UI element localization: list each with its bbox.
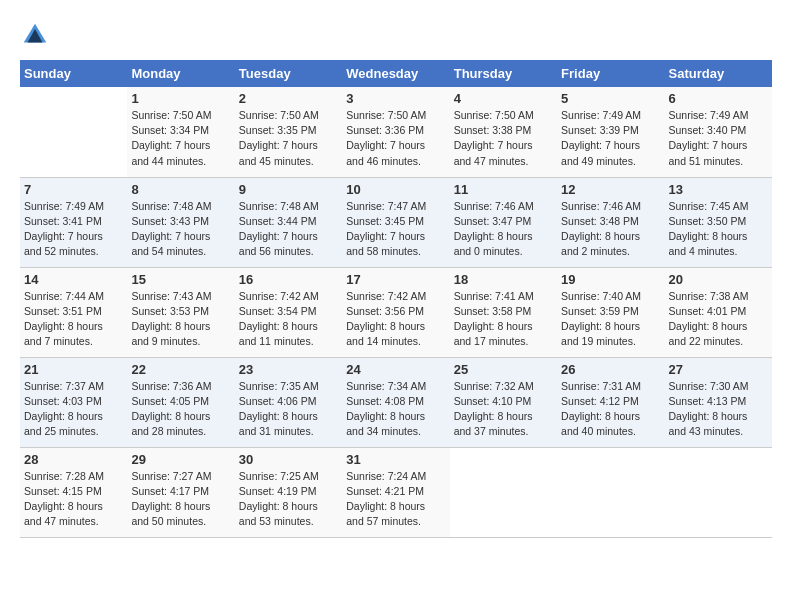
calendar-cell: 17Sunrise: 7:42 AM Sunset: 3:56 PM Dayli… bbox=[342, 267, 449, 357]
day-info: Sunrise: 7:45 AM Sunset: 3:50 PM Dayligh… bbox=[669, 199, 768, 260]
day-number: 10 bbox=[346, 182, 445, 197]
header-friday: Friday bbox=[557, 60, 664, 87]
calendar-cell: 31Sunrise: 7:24 AM Sunset: 4:21 PM Dayli… bbox=[342, 447, 449, 537]
day-info: Sunrise: 7:41 AM Sunset: 3:58 PM Dayligh… bbox=[454, 289, 553, 350]
day-number: 19 bbox=[561, 272, 660, 287]
calendar-cell: 6Sunrise: 7:49 AM Sunset: 3:40 PM Daylig… bbox=[665, 87, 772, 177]
day-info: Sunrise: 7:49 AM Sunset: 3:39 PM Dayligh… bbox=[561, 108, 660, 169]
header-thursday: Thursday bbox=[450, 60, 557, 87]
day-info: Sunrise: 7:46 AM Sunset: 3:48 PM Dayligh… bbox=[561, 199, 660, 260]
day-number: 25 bbox=[454, 362, 553, 377]
calendar-cell: 10Sunrise: 7:47 AM Sunset: 3:45 PM Dayli… bbox=[342, 177, 449, 267]
day-info: Sunrise: 7:32 AM Sunset: 4:10 PM Dayligh… bbox=[454, 379, 553, 440]
header-sunday: Sunday bbox=[20, 60, 127, 87]
day-info: Sunrise: 7:50 AM Sunset: 3:36 PM Dayligh… bbox=[346, 108, 445, 169]
day-number: 5 bbox=[561, 91, 660, 106]
calendar-cell: 9Sunrise: 7:48 AM Sunset: 3:44 PM Daylig… bbox=[235, 177, 342, 267]
calendar-cell: 29Sunrise: 7:27 AM Sunset: 4:17 PM Dayli… bbox=[127, 447, 234, 537]
day-number: 21 bbox=[24, 362, 123, 377]
day-number: 12 bbox=[561, 182, 660, 197]
calendar-cell: 15Sunrise: 7:43 AM Sunset: 3:53 PM Dayli… bbox=[127, 267, 234, 357]
calendar-cell: 4Sunrise: 7:50 AM Sunset: 3:38 PM Daylig… bbox=[450, 87, 557, 177]
day-info: Sunrise: 7:25 AM Sunset: 4:19 PM Dayligh… bbox=[239, 469, 338, 530]
day-info: Sunrise: 7:24 AM Sunset: 4:21 PM Dayligh… bbox=[346, 469, 445, 530]
day-info: Sunrise: 7:48 AM Sunset: 3:43 PM Dayligh… bbox=[131, 199, 230, 260]
calendar-cell: 14Sunrise: 7:44 AM Sunset: 3:51 PM Dayli… bbox=[20, 267, 127, 357]
page-header bbox=[20, 20, 772, 50]
calendar-cell: 19Sunrise: 7:40 AM Sunset: 3:59 PM Dayli… bbox=[557, 267, 664, 357]
day-number: 2 bbox=[239, 91, 338, 106]
day-info: Sunrise: 7:44 AM Sunset: 3:51 PM Dayligh… bbox=[24, 289, 123, 350]
day-info: Sunrise: 7:49 AM Sunset: 3:40 PM Dayligh… bbox=[669, 108, 768, 169]
day-info: Sunrise: 7:36 AM Sunset: 4:05 PM Dayligh… bbox=[131, 379, 230, 440]
day-number: 14 bbox=[24, 272, 123, 287]
calendar-week-row: 1Sunrise: 7:50 AM Sunset: 3:34 PM Daylig… bbox=[20, 87, 772, 177]
day-number: 24 bbox=[346, 362, 445, 377]
calendar-cell: 11Sunrise: 7:46 AM Sunset: 3:47 PM Dayli… bbox=[450, 177, 557, 267]
day-number: 22 bbox=[131, 362, 230, 377]
day-info: Sunrise: 7:30 AM Sunset: 4:13 PM Dayligh… bbox=[669, 379, 768, 440]
day-number: 1 bbox=[131, 91, 230, 106]
day-info: Sunrise: 7:46 AM Sunset: 3:47 PM Dayligh… bbox=[454, 199, 553, 260]
header-saturday: Saturday bbox=[665, 60, 772, 87]
calendar-cell: 28Sunrise: 7:28 AM Sunset: 4:15 PM Dayli… bbox=[20, 447, 127, 537]
calendar-cell: 2Sunrise: 7:50 AM Sunset: 3:35 PM Daylig… bbox=[235, 87, 342, 177]
calendar-cell: 25Sunrise: 7:32 AM Sunset: 4:10 PM Dayli… bbox=[450, 357, 557, 447]
calendar-cell: 5Sunrise: 7:49 AM Sunset: 3:39 PM Daylig… bbox=[557, 87, 664, 177]
calendar-cell: 18Sunrise: 7:41 AM Sunset: 3:58 PM Dayli… bbox=[450, 267, 557, 357]
calendar-cell: 20Sunrise: 7:38 AM Sunset: 4:01 PM Dayli… bbox=[665, 267, 772, 357]
day-number: 15 bbox=[131, 272, 230, 287]
header-tuesday: Tuesday bbox=[235, 60, 342, 87]
day-number: 11 bbox=[454, 182, 553, 197]
day-info: Sunrise: 7:49 AM Sunset: 3:41 PM Dayligh… bbox=[24, 199, 123, 260]
calendar-week-row: 21Sunrise: 7:37 AM Sunset: 4:03 PM Dayli… bbox=[20, 357, 772, 447]
day-number: 8 bbox=[131, 182, 230, 197]
calendar-cell bbox=[20, 87, 127, 177]
day-info: Sunrise: 7:28 AM Sunset: 4:15 PM Dayligh… bbox=[24, 469, 123, 530]
day-number: 30 bbox=[239, 452, 338, 467]
day-number: 26 bbox=[561, 362, 660, 377]
calendar-cell: 23Sunrise: 7:35 AM Sunset: 4:06 PM Dayli… bbox=[235, 357, 342, 447]
calendar-cell: 24Sunrise: 7:34 AM Sunset: 4:08 PM Dayli… bbox=[342, 357, 449, 447]
calendar-cell: 7Sunrise: 7:49 AM Sunset: 3:41 PM Daylig… bbox=[20, 177, 127, 267]
calendar-cell bbox=[665, 447, 772, 537]
day-info: Sunrise: 7:50 AM Sunset: 3:38 PM Dayligh… bbox=[454, 108, 553, 169]
calendar-cell: 30Sunrise: 7:25 AM Sunset: 4:19 PM Dayli… bbox=[235, 447, 342, 537]
day-number: 28 bbox=[24, 452, 123, 467]
day-info: Sunrise: 7:50 AM Sunset: 3:35 PM Dayligh… bbox=[239, 108, 338, 169]
day-number: 13 bbox=[669, 182, 768, 197]
calendar-cell: 21Sunrise: 7:37 AM Sunset: 4:03 PM Dayli… bbox=[20, 357, 127, 447]
day-info: Sunrise: 7:31 AM Sunset: 4:12 PM Dayligh… bbox=[561, 379, 660, 440]
day-number: 27 bbox=[669, 362, 768, 377]
day-info: Sunrise: 7:35 AM Sunset: 4:06 PM Dayligh… bbox=[239, 379, 338, 440]
day-info: Sunrise: 7:42 AM Sunset: 3:56 PM Dayligh… bbox=[346, 289, 445, 350]
calendar-cell: 22Sunrise: 7:36 AM Sunset: 4:05 PM Dayli… bbox=[127, 357, 234, 447]
logo bbox=[20, 20, 54, 50]
calendar-cell: 12Sunrise: 7:46 AM Sunset: 3:48 PM Dayli… bbox=[557, 177, 664, 267]
day-info: Sunrise: 7:47 AM Sunset: 3:45 PM Dayligh… bbox=[346, 199, 445, 260]
calendar-week-row: 28Sunrise: 7:28 AM Sunset: 4:15 PM Dayli… bbox=[20, 447, 772, 537]
day-number: 29 bbox=[131, 452, 230, 467]
day-number: 16 bbox=[239, 272, 338, 287]
calendar-week-row: 14Sunrise: 7:44 AM Sunset: 3:51 PM Dayli… bbox=[20, 267, 772, 357]
day-info: Sunrise: 7:37 AM Sunset: 4:03 PM Dayligh… bbox=[24, 379, 123, 440]
calendar-cell: 8Sunrise: 7:48 AM Sunset: 3:43 PM Daylig… bbox=[127, 177, 234, 267]
day-number: 17 bbox=[346, 272, 445, 287]
day-info: Sunrise: 7:40 AM Sunset: 3:59 PM Dayligh… bbox=[561, 289, 660, 350]
header-wednesday: Wednesday bbox=[342, 60, 449, 87]
calendar-cell bbox=[450, 447, 557, 537]
day-info: Sunrise: 7:34 AM Sunset: 4:08 PM Dayligh… bbox=[346, 379, 445, 440]
calendar-cell: 3Sunrise: 7:50 AM Sunset: 3:36 PM Daylig… bbox=[342, 87, 449, 177]
day-info: Sunrise: 7:43 AM Sunset: 3:53 PM Dayligh… bbox=[131, 289, 230, 350]
day-info: Sunrise: 7:38 AM Sunset: 4:01 PM Dayligh… bbox=[669, 289, 768, 350]
day-number: 18 bbox=[454, 272, 553, 287]
day-info: Sunrise: 7:27 AM Sunset: 4:17 PM Dayligh… bbox=[131, 469, 230, 530]
calendar-cell bbox=[557, 447, 664, 537]
logo-icon bbox=[20, 20, 50, 50]
calendar-cell: 16Sunrise: 7:42 AM Sunset: 3:54 PM Dayli… bbox=[235, 267, 342, 357]
calendar-cell: 27Sunrise: 7:30 AM Sunset: 4:13 PM Dayli… bbox=[665, 357, 772, 447]
day-number: 3 bbox=[346, 91, 445, 106]
day-number: 7 bbox=[24, 182, 123, 197]
calendar-cell: 1Sunrise: 7:50 AM Sunset: 3:34 PM Daylig… bbox=[127, 87, 234, 177]
day-info: Sunrise: 7:42 AM Sunset: 3:54 PM Dayligh… bbox=[239, 289, 338, 350]
